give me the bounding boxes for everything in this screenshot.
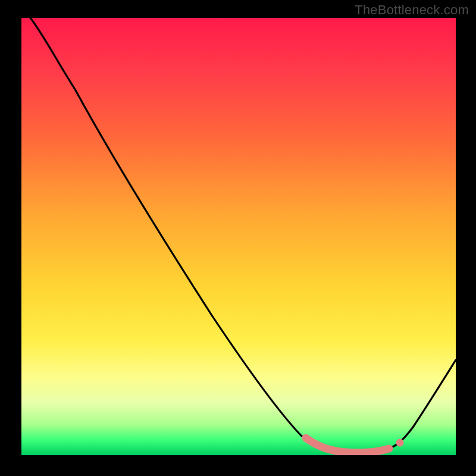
plot-area [21,18,456,455]
bottleneck-curve-path [30,18,456,452]
attribution-text: TheBottleneck.com [355,2,469,18]
bottleneck-curve-svg [21,18,456,455]
valley-highlight-stroke [306,438,389,453]
chart-container: TheBottleneck.com [0,0,476,476]
valley-end-marker [396,439,404,447]
